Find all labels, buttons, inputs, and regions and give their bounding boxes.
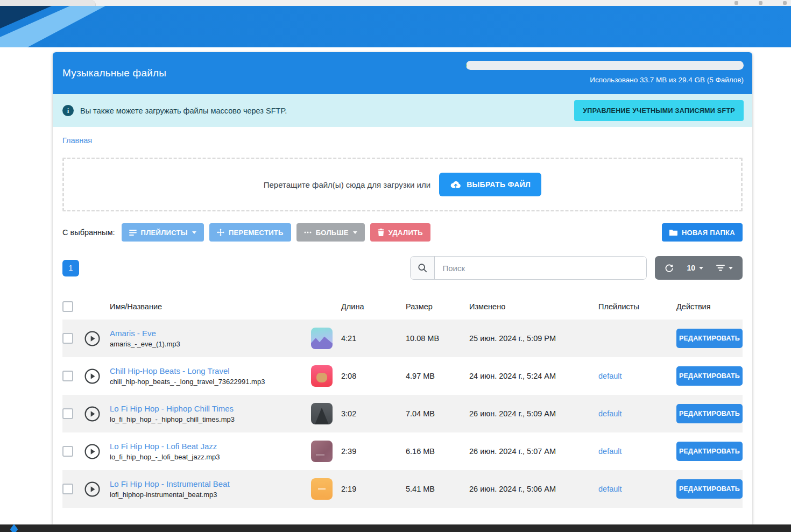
pagination-page-1[interactable]: 1	[62, 260, 79, 276]
folder-icon	[669, 229, 677, 236]
browser-tab[interactable]	[0, 0, 96, 6]
row-checkbox[interactable]	[62, 333, 73, 344]
delete-label: УДАЛИТЬ	[389, 229, 423, 237]
browser-strip	[0, 0, 791, 6]
edit-button[interactable]: РЕДАКТИРОВАТЬ	[676, 479, 743, 499]
with-selected-label: С выбранным:	[62, 228, 115, 237]
column-header-name: Имя/Название	[110, 302, 311, 311]
file-thumbnail	[311, 478, 333, 500]
play-button[interactable]	[84, 368, 101, 385]
file-name: lo_fi_hip_hop_-_lofi_beat_jazz.mp3	[110, 453, 311, 461]
file-length: 3:02	[341, 409, 406, 418]
trash-icon	[378, 229, 384, 236]
ellipsis-icon	[304, 231, 312, 233]
info-banner-text: Вы также можете загружать файлы массово …	[80, 107, 287, 115]
chevron-down-icon	[192, 231, 196, 234]
table-row: Amaris - Eve amaris_-_eve_(1).mp3 4:21 1…	[62, 320, 743, 357]
file-title-link[interactable]: Chill Hip-Hop Beats - Long Travel	[110, 366, 311, 375]
cloud-upload-icon	[450, 180, 462, 189]
footer-logo	[10, 524, 18, 532]
table-header-row: Имя/Название Длина Размер Изменено Плейл…	[62, 293, 743, 320]
refresh-button[interactable]	[658, 256, 680, 280]
move-icon	[217, 229, 224, 236]
row-checkbox[interactable]	[62, 408, 73, 419]
breadcrumb-home-link[interactable]: Главная	[62, 136, 92, 145]
choose-file-button[interactable]: ВЫБРАТЬ ФАЙЛ	[439, 173, 541, 196]
playlists-button[interactable]: ПЛЕЙЛИСТЫ	[122, 223, 204, 242]
column-header-modified: Изменено	[469, 302, 598, 311]
choose-file-label: ВЫБРАТЬ ФАЙЛ	[467, 180, 531, 189]
more-label: БОЛЬШЕ	[316, 229, 349, 237]
sort-lines-icon	[716, 265, 725, 271]
chevron-down-icon	[729, 267, 733, 269]
file-title-link[interactable]: Amaris - Eve	[110, 329, 311, 338]
chevron-down-icon	[353, 231, 357, 234]
file-size: 6.16 MB	[406, 447, 469, 456]
file-thumbnail	[311, 328, 333, 349]
hero-banner	[0, 6, 791, 47]
playlist-link[interactable]: default	[598, 485, 676, 493]
delete-button[interactable]: УДАЛИТЬ	[370, 223, 430, 242]
edit-button[interactable]: РЕДАКТИРОВАТЬ	[676, 329, 743, 348]
edit-button[interactable]: РЕДАКТИРОВАТЬ	[676, 366, 743, 386]
file-thumbnail	[311, 441, 333, 462]
page-size-value: 10	[687, 264, 695, 272]
play-button[interactable]	[84, 481, 101, 498]
playlist-icon	[129, 229, 137, 236]
file-thumbnail	[311, 365, 333, 387]
file-name: lo_fi_hip_hop_-_hiphop_chill_times.mp3	[110, 415, 311, 423]
playlist-link[interactable]: default	[598, 447, 676, 456]
playlists-label: ПЛЕЙЛИСТЫ	[141, 229, 188, 237]
new-folder-label: НОВАЯ ПАПКА	[682, 229, 735, 237]
table-row: Lo Fi Hip Hop - Instrumental Beat lofi_h…	[62, 470, 743, 508]
search-input[interactable]	[435, 257, 646, 279]
search-box	[410, 256, 647, 280]
browser-icon[interactable]	[759, 1, 762, 5]
row-checkbox[interactable]	[62, 446, 73, 457]
play-button[interactable]	[84, 406, 101, 422]
file-modified: 26 июн. 2024 г., 5:09 AM	[469, 409, 598, 418]
column-header-size: Размер	[406, 302, 469, 311]
file-length: 4:21	[341, 334, 406, 343]
more-button[interactable]: БОЛЬШЕ	[296, 223, 365, 242]
play-button[interactable]	[84, 330, 101, 347]
row-checkbox[interactable]	[62, 371, 73, 381]
select-all-checkbox[interactable]	[62, 301, 73, 312]
table-row: Chill Hip-Hop Beats - Long Travel chill_…	[62, 357, 743, 395]
playlist-link[interactable]: default	[598, 409, 676, 418]
upload-dropzone[interactable]: Перетащите файл(ы) сюда для загрузки или…	[62, 158, 743, 211]
move-button[interactable]: ПЕРЕМЕСТИТЬ	[209, 223, 291, 242]
column-header-actions: Действия	[676, 302, 743, 311]
column-header-length: Длина	[341, 302, 406, 311]
move-label: ПЕРЕМЕСТИТЬ	[229, 229, 284, 237]
storage-progress-fill	[466, 61, 467, 70]
file-title-link[interactable]: Lo Fi Hip Hop - Lofi Beat Jazz	[110, 442, 311, 451]
browser-icon[interactable]	[783, 1, 787, 5]
page-size-dropdown[interactable]: 10	[680, 256, 710, 280]
playlist-link[interactable]: default	[598, 372, 676, 380]
file-title-link[interactable]: Lo Fi Hip Hop - Hiphop Chill Times	[110, 404, 311, 413]
browser-icon[interactable]	[734, 1, 738, 5]
file-modified: 25 июн. 2024 г., 5:09 PM	[469, 334, 598, 343]
info-icon: i	[62, 105, 74, 116]
sort-dropdown[interactable]	[710, 256, 739, 280]
card-header: Музыкальные файлы Использовано 33.7 MB и…	[53, 52, 752, 94]
file-name: amaris_-_eve_(1).mp3	[110, 340, 311, 348]
edit-button[interactable]: РЕДАКТИРОВАТЬ	[676, 442, 743, 461]
row-checkbox[interactable]	[62, 484, 73, 494]
page-footer	[0, 524, 791, 532]
file-modified: 26 июн. 2024 г., 5:07 AM	[469, 447, 598, 456]
column-header-playlists: Плейлисты	[598, 302, 676, 311]
table-row: Lo Fi Hip Hop - Lofi Beat Jazz lo_fi_hip…	[62, 432, 743, 470]
file-name: chill_hip-hop_beats_-_long_travel_736229…	[110, 378, 311, 386]
storage-usage-text: Использовано 33.7 MB из 29.4 GB (5 Файло…	[590, 76, 744, 84]
list-settings-group: 10	[655, 256, 743, 280]
play-button[interactable]	[84, 443, 101, 460]
new-folder-button[interactable]: НОВАЯ ПАПКА	[662, 223, 743, 242]
file-modified: 26 июн. 2024 г., 5:06 AM	[469, 485, 598, 493]
file-length: 2:19	[341, 485, 406, 493]
file-length: 2:08	[341, 372, 406, 380]
file-title-link[interactable]: Lo Fi Hip Hop - Instrumental Beat	[110, 479, 311, 488]
edit-button[interactable]: РЕДАКТИРОВАТЬ	[676, 404, 743, 423]
manage-sftp-button[interactable]: УПРАВЛЕНИЕ УЧЕТНЫМИ ЗАПИСЯМИ SFTP	[574, 100, 744, 121]
